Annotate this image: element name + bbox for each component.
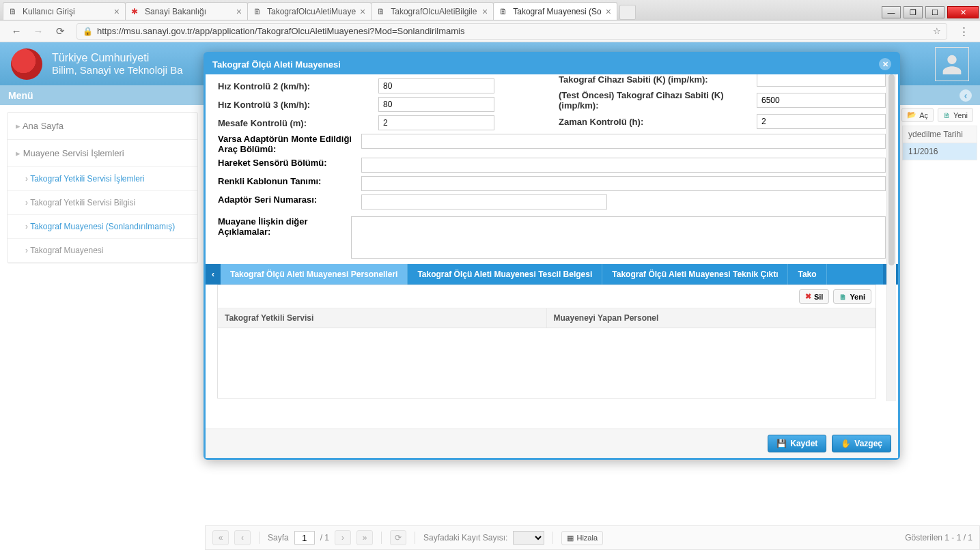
- hiz-kontrolu-2-input[interactable]: [378, 78, 494, 93]
- open-label: Aç: [919, 111, 928, 119]
- grid-col-personel[interactable]: Muayeneyi Yapan Personel: [547, 308, 876, 328]
- tab-label: Tako: [798, 270, 816, 279]
- forward-button[interactable]: →: [30, 23, 46, 40]
- muayene-aciklama-textarea[interactable]: [351, 216, 886, 259]
- url-text: https://msu.sanayi.gov.tr/app/applicatio…: [97, 26, 464, 36]
- close-icon[interactable]: ×: [482, 6, 488, 17]
- page-label: Sayfa: [268, 533, 289, 542]
- prev-page-button[interactable]: ‹: [234, 530, 251, 545]
- hizala-label: Hizala: [576, 534, 598, 542]
- page-icon: 🗎: [377, 7, 387, 16]
- refresh-button[interactable]: ⟳: [390, 530, 406, 545]
- mesafe-kontrolu-input[interactable]: [378, 115, 494, 130]
- close-icon[interactable]: ×: [606, 6, 611, 17]
- star-icon[interactable]: ☆: [933, 26, 941, 36]
- sidebar-sub-item[interactable]: Takograf Yetkili Servisi Bilgisi: [8, 191, 197, 215]
- browser-tab[interactable]: 🗎Kullanıcı Girişi×: [3, 2, 126, 20]
- separator: [381, 532, 382, 544]
- vazgec-button[interactable]: ✋Vazgeç: [832, 435, 891, 452]
- back-button[interactable]: ←: [8, 23, 25, 40]
- hareket-sensoru-input[interactable]: [361, 158, 886, 173]
- field-label: Hız Kontrolü 3 (km/h):: [218, 100, 378, 110]
- kaydet-button[interactable]: 💾Kaydet: [768, 435, 826, 452]
- new-tab-button[interactable]: [619, 5, 636, 20]
- grid-toolbar: ✖Sil 🗎Yeni: [218, 285, 876, 308]
- last-page-button[interactable]: »: [356, 530, 373, 545]
- sidebar-sub-label: Takograf Muayenesi (Sonlandırılmamış): [30, 222, 175, 231]
- grid-col-servis[interactable]: Takograf Yetkili Servisi: [218, 308, 547, 328]
- close-icon[interactable]: ×: [236, 6, 242, 17]
- address-bar: ← → ⟳ 🔒 https://msu.sanayi.gov.tr/app/ap…: [0, 20, 980, 42]
- new-button[interactable]: 🗎Yeni: [938, 108, 973, 122]
- zaman-kontrolu-input[interactable]: [757, 114, 886, 129]
- scroll-thumb[interactable]: [888, 74, 895, 265]
- url-field[interactable]: 🔒 https://msu.sanayi.gov.tr/app/applicat…: [76, 23, 947, 40]
- test-oncesi-k-input[interactable]: [757, 93, 886, 108]
- next-page-button[interactable]: ›: [335, 530, 351, 545]
- maximize-button[interactable]: ☐: [925, 6, 944, 18]
- header-line1: Türkiye Cumhuriyeti: [52, 52, 182, 64]
- separator: [259, 532, 260, 544]
- modal-header[interactable]: Takograf Ölçü Aleti Muayenesi ✕: [206, 54, 898, 74]
- page-size-select[interactable]: [513, 531, 544, 545]
- sidebar-item-home[interactable]: Ana Sayfa: [8, 113, 197, 140]
- date-cell[interactable]: 11/2016: [903, 143, 977, 160]
- page-input[interactable]: [294, 531, 315, 545]
- user-icon: [938, 50, 966, 78]
- menu-button[interactable]: ⋮: [955, 23, 972, 40]
- yeni-button[interactable]: 🗎Yeni: [833, 289, 871, 304]
- hizala-button[interactable]: ▦Hizala: [561, 531, 603, 545]
- browser-tab[interactable]: ✱Sanayi Bakanlığı×: [125, 2, 248, 20]
- open-button[interactable]: 📂Aç: [901, 108, 934, 122]
- tab-teknik-cikti[interactable]: Takograf Ölçü Aleti Muayenesi Teknik Çık…: [602, 264, 788, 285]
- grid-header: Takograf Yetkili Servisi Muayeneyi Yapan…: [218, 308, 876, 328]
- field-label: Renkli Kablonun Tanımı:: [218, 176, 361, 191]
- page-total: / 1: [320, 533, 329, 542]
- page-icon: 🗎: [839, 293, 847, 301]
- folder-icon: 📂: [907, 111, 916, 119]
- close-window-button[interactable]: ✕: [947, 6, 979, 18]
- grid: ✖Sil 🗎Yeni Takograf Yetkili Servisi Muay…: [217, 285, 876, 399]
- sidebar-item-muayene[interactable]: Muayene Servisi İşlemleri: [8, 140, 197, 167]
- close-icon[interactable]: ×: [114, 6, 120, 17]
- page-icon: 🗎: [9, 7, 18, 16]
- field-label: Mesafe Kontrolü (m):: [218, 118, 378, 128]
- browser-tab[interactable]: 🗎TakografOlcuAletiBilgile×: [371, 2, 494, 20]
- hiz-kontrolu-3-input[interactable]: [378, 97, 494, 112]
- sidebar-sub-item[interactable]: Takograf Yetkili Servisi İşlemleri: [8, 167, 197, 191]
- tab-personelleri[interactable]: Takograf Ölçü Aleti Muayenesi Personelle…: [221, 264, 408, 285]
- reload-button[interactable]: ⟳: [52, 23, 68, 40]
- column-header: ydedilme Tarihi: [903, 126, 977, 143]
- sidebar-item-label: Muayene Servisi İşlemleri: [23, 148, 124, 158]
- sidebar-sub-item[interactable]: Takograf Muayenesi: [8, 239, 197, 263]
- browser-tab[interactable]: 🗎TakografOlcuAletiMuaye×: [247, 2, 372, 20]
- restore-button[interactable]: ❐: [904, 6, 923, 18]
- tab-tescil-belgesi[interactable]: Takograf Ölçü Aleti Muayenesi Tescil Bel…: [408, 264, 602, 285]
- close-icon[interactable]: ×: [360, 6, 365, 17]
- sidebar-sub-item[interactable]: Takograf Muayenesi (Sonlandırılmamış): [8, 215, 197, 239]
- adaptor-seri-input[interactable]: [361, 194, 607, 209]
- browser-tab[interactable]: 🗎Takograf Muayenesi (So×: [493, 2, 617, 20]
- scrollbar[interactable]: [886, 74, 896, 401]
- modal-footer: 💾Kaydet ✋Vazgeç: [206, 429, 898, 458]
- avatar[interactable]: [935, 47, 969, 81]
- tab-title: Kullanıcı Girişi: [23, 7, 110, 16]
- renkli-kablo-input[interactable]: [361, 176, 886, 191]
- sil-button[interactable]: ✖Sil: [799, 289, 829, 304]
- modal-close-button[interactable]: ✕: [879, 58, 891, 70]
- minimize-button[interactable]: ―: [882, 6, 901, 18]
- field-label: Adaptör Seri Numarası:: [218, 194, 361, 209]
- grid-body: [218, 328, 876, 398]
- memo-label: Muayane İlişkin diğer Açıklamalar:: [218, 216, 351, 259]
- tabs-scroll-left[interactable]: ‹: [206, 264, 221, 285]
- tab-partial[interactable]: Tako: [788, 264, 826, 285]
- field-label: Zaman Kontrolü (h):: [559, 117, 757, 127]
- menu-label: Menü: [8, 90, 33, 101]
- tabs-list: 🗎Kullanıcı Girişi× ✱Sanayi Bakanlığı× 🗎T…: [0, 0, 880, 20]
- collapse-menu-button[interactable]: ‹: [960, 89, 972, 102]
- field-label: Hız Kontrolü 2 (km/h):: [218, 81, 378, 91]
- takograf-sabiti-k-input[interactable]: [757, 74, 886, 87]
- page-icon: 🗎: [253, 7, 263, 16]
- first-page-button[interactable]: «: [212, 530, 229, 545]
- adaptor-monte-input[interactable]: [361, 134, 886, 149]
